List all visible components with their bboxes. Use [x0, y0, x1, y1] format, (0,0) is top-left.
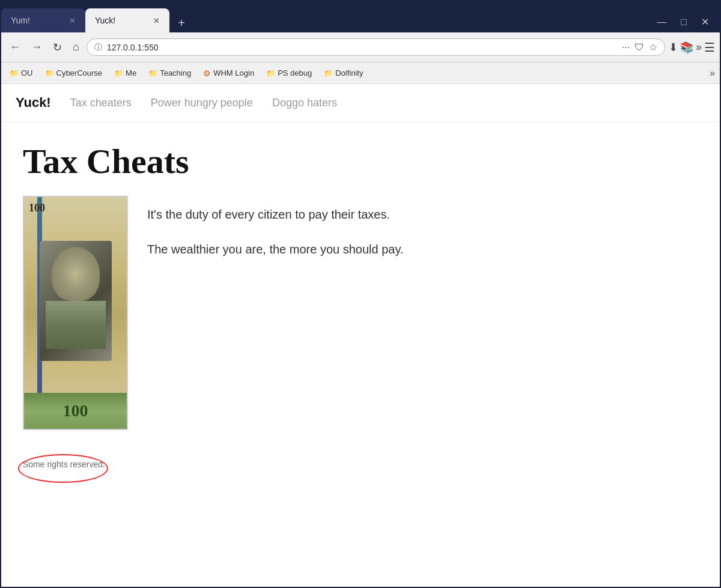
bookmark-psdebug[interactable]: 📁 PS debug: [263, 67, 315, 79]
bill-background: 100 100 100: [24, 197, 127, 429]
bookmark-me[interactable]: 📁 Me: [111, 67, 140, 79]
site-title: Yuck!: [16, 95, 51, 111]
money-image: 100 100 100: [23, 196, 128, 430]
folder-icon-cybercourse: 📁: [45, 69, 54, 77]
tab-bar: Yum! ✕ Yuck! ✕ + — □ ✕: [1, 1, 720, 32]
bookmarks-bar: 📁 OU 📁 CyberCourse 📁 Me 📁 Teaching ⚙ WHM…: [1, 62, 720, 84]
bookmark-me-label: Me: [126, 68, 136, 77]
bookmark-ou-label: OU: [21, 68, 33, 77]
minimize-button[interactable]: —: [651, 14, 672, 30]
page-footer: Some rights reserved.: [1, 449, 720, 484]
folder-icon-ou: 📁: [10, 69, 19, 77]
whm-icon: ⚙: [203, 68, 211, 78]
nav-doggo-haters[interactable]: Doggo haters: [272, 97, 337, 109]
page-heading: Tax Cheats: [23, 141, 698, 181]
page-content: Yuck! Tax cheaters Power hungry people D…: [1, 84, 720, 587]
more-bookmarks-button[interactable]: »: [710, 68, 715, 79]
tab-yum-close[interactable]: ✕: [69, 16, 76, 25]
address-bar-row: ← → ↻ ⌂ ⓘ 127.0.0.1:550 ··· 🛡 ☆ ⬇ 📚 » ☰: [1, 32, 720, 62]
menu-icon[interactable]: ☰: [704, 40, 715, 55]
site-nav: Yuck! Tax cheaters Power hungry people D…: [1, 84, 720, 122]
bookmark-ou[interactable]: 📁 OU: [6, 67, 37, 79]
toolbar-actions: ⬇ 📚 » ☰: [669, 40, 715, 55]
paragraph-1: It's the duty of every citizen to pay th…: [147, 205, 404, 223]
home-button[interactable]: ⌂: [69, 38, 83, 56]
new-tab-button[interactable]: +: [172, 13, 191, 32]
browser-window: Yum! ✕ Yuck! ✕ + — □ ✕ ← → ↻ ⌂ ⓘ 127.0.0…: [0, 0, 721, 588]
address-text: 127.0.0.1:550: [107, 43, 617, 52]
bill-100-large: 100: [63, 401, 88, 420]
bookmark-cybercourse-label: CyberCourse: [56, 68, 103, 77]
overflow-icon[interactable]: »: [696, 41, 702, 53]
download-icon[interactable]: ⬇: [669, 41, 678, 54]
reload-button[interactable]: ↻: [49, 38, 65, 56]
bookmark-psdebug-label: PS debug: [278, 68, 312, 77]
content-body: 100 100 100 It's the duty of every citiz…: [23, 196, 698, 430]
nav-power-hungry[interactable]: Power hungry people: [151, 97, 253, 109]
folder-icon-me: 📁: [114, 69, 123, 77]
address-actions: ··· 🛡 ☆: [622, 41, 657, 53]
footer-text: Some rights reserved.: [23, 459, 105, 469]
more-options-icon[interactable]: ···: [622, 42, 630, 53]
bookmark-teaching[interactable]: 📁 Teaching: [145, 67, 195, 79]
tab-yuck[interactable]: Yuck! ✕: [85, 8, 169, 32]
bookmark-star-icon[interactable]: ☆: [649, 41, 657, 53]
bookmark-teaching-label: Teaching: [160, 68, 191, 77]
address-box[interactable]: ⓘ 127.0.0.1:550 ··· 🛡 ☆: [87, 38, 665, 56]
window-controls: — □ ✕: [651, 14, 720, 32]
tab-yuck-label: Yuck!: [95, 16, 115, 25]
bookmark-dolfinity[interactable]: 📁 Dolfinity: [320, 67, 367, 79]
library-icon[interactable]: 📚: [680, 41, 693, 54]
folder-icon-psdebug: 📁: [266, 69, 275, 77]
text-content: It's the duty of every citizen to pay th…: [147, 196, 404, 275]
bookmark-dolfinity-label: Dolfinity: [335, 68, 363, 77]
bill-green-section: 100: [24, 393, 127, 429]
shield-icon: 🛡: [634, 42, 644, 53]
forward-button[interactable]: →: [28, 38, 46, 56]
maximize-button[interactable]: □: [675, 14, 693, 30]
close-button[interactable]: ✕: [695, 14, 715, 30]
paragraph-2: The wealthier you are, the more you shou…: [147, 240, 404, 258]
tab-yum-label: Yum!: [11, 16, 30, 25]
footer-label: Some rights reserved.: [23, 459, 105, 469]
bill-denomination-top: 100: [29, 202, 45, 214]
bookmark-cybercourse[interactable]: 📁 CyberCourse: [41, 67, 106, 79]
main-content: Tax Cheats 100 100 100 I: [1, 122, 720, 449]
back-button[interactable]: ←: [6, 38, 24, 56]
bookmark-whm[interactable]: ⚙ WHM Login: [199, 67, 258, 79]
nav-tax-cheaters[interactable]: Tax cheaters: [70, 97, 132, 109]
tab-yum[interactable]: Yum! ✕: [1, 8, 85, 32]
bill-portrait: [40, 241, 112, 361]
folder-icon-dolfinity: 📁: [324, 69, 333, 77]
tab-yuck-close[interactable]: ✕: [153, 16, 160, 25]
bookmark-whm-label: WHM Login: [213, 68, 254, 77]
folder-icon-teaching: 📁: [148, 69, 157, 77]
security-icon: ⓘ: [94, 42, 102, 53]
